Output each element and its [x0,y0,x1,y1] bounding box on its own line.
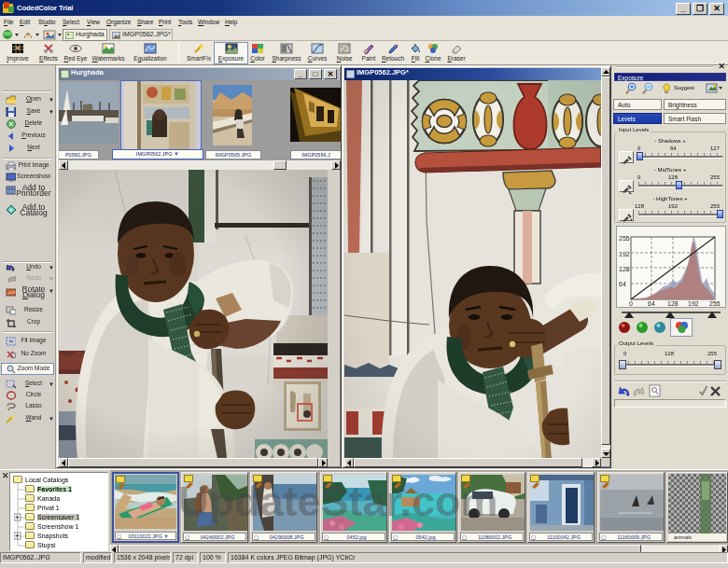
svg-text:255: 255 [619,235,630,242]
svg-text:128: 128 [619,266,630,272]
svg-text:192: 192 [619,251,630,257]
svg-text:192: 192 [688,300,699,307]
svg-text:128: 128 [667,300,679,307]
svg-text:0: 0 [629,300,633,307]
svg-text:255: 255 [709,300,721,307]
svg-text:64: 64 [619,281,626,287]
svg-text:64: 64 [648,300,655,307]
